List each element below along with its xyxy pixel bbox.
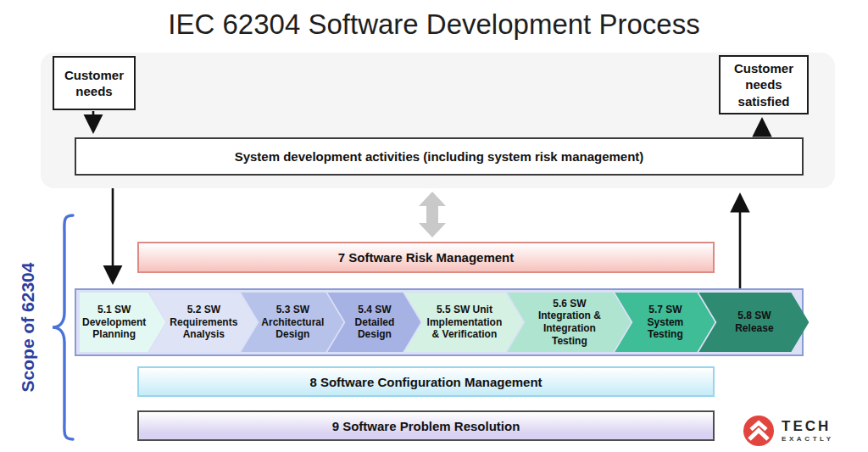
system-development-activities-bar: System development activities (including… — [75, 137, 804, 176]
logo-name: TECH — [782, 419, 834, 434]
logo-subname: EXACTLY — [782, 435, 834, 443]
double-arrow-system-scope — [419, 192, 446, 237]
scope-brace — [47, 212, 78, 443]
configuration-management-bar: 8 Software Configuration Management — [137, 366, 715, 397]
tech-exactly-logo-icon — [743, 415, 775, 447]
customer-needs-satisfied-label: Customer needs satisfied — [722, 60, 805, 110]
customer-needs-label: Customer needs — [56, 67, 132, 100]
step-5-8-release: 5.8 SW Release — [698, 293, 809, 352]
diagram-canvas: IEC 62304 Software Development Process C… — [0, 0, 868, 452]
development-process-container: 5.1 SW Development Planning 5.2 SW Requi… — [75, 288, 804, 356]
configuration-management-label: 8 Software Configuration Management — [309, 375, 542, 389]
step-5-2-requirements-analysis: 5.2 SW Requirements Analysis — [149, 293, 257, 352]
customer-needs-box: Customer needs — [53, 56, 136, 110]
system-development-activities-label: System development activities (including… — [235, 149, 644, 164]
problem-resolution-bar: 9 Software Problem Resolution — [137, 410, 715, 441]
problem-resolution-label: 9 Software Problem Resolution — [332, 419, 520, 433]
step-5-6-integration-testing: 5.6 SW Integration & Integration Testing — [507, 293, 631, 352]
page-title: IEC 62304 Software Development Process — [0, 8, 868, 41]
tech-exactly-logo: TECH EXACTLY — [743, 415, 834, 447]
step-5-1-development-planning: 5.1 SW Development Planning — [80, 293, 165, 352]
risk-management-bar: 7 Software Risk Management — [137, 242, 715, 273]
step-5-5-unit-implementation-verification: 5.5 SW Unit Implementation & Verificatio… — [404, 293, 523, 352]
customer-needs-satisfied-box: Customer needs satisfied — [719, 55, 809, 114]
risk-management-label: 7 Software Risk Management — [338, 250, 515, 265]
